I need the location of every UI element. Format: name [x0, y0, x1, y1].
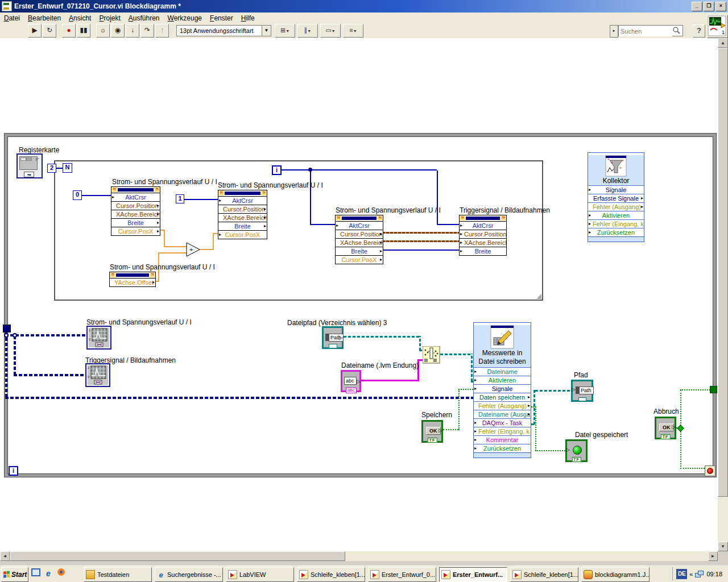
task-suchergebnisse[interactable]: e Suchergebnisse -...: [155, 567, 223, 582]
tab-control-icon: [19, 156, 38, 170]
speichern-terminal[interactable]: OK ▷ TF: [421, 420, 443, 443]
abbruch-terminal[interactable]: OK ▷ TF: [655, 417, 676, 439]
run-icon[interactable]: ▶: [28, 24, 42, 38]
tf-label: TF: [428, 438, 437, 443]
run-continuous-icon[interactable]: ↻: [43, 24, 56, 38]
wire-i: [310, 224, 335, 225]
start-button[interactable]: Start: [1, 567, 28, 582]
speichern-label: Speichern: [421, 411, 452, 419]
loop-condition-terminal[interactable]: [705, 465, 715, 476]
string-control-label: Dateiname (.lvm Endung): [341, 361, 419, 369]
wire-junction: [4, 333, 9, 338]
string-control-terminal[interactable]: abc ▷ abc: [341, 370, 361, 392]
one-constant[interactable]: 1: [176, 194, 184, 203]
for-iteration-terminal[interactable]: i: [272, 165, 282, 175]
align-objects-button[interactable]: ⊞▼: [275, 24, 295, 38]
task-erster-entwurf-0[interactable]: Erster_Entwurf_0...: [368, 567, 436, 582]
close-icon[interactable]: ×: [715, 2, 726, 11]
output-arrow-icon: ▷: [357, 379, 361, 384]
highlight-execution-icon[interactable]: ☼: [96, 24, 110, 38]
property-node-yoffset[interactable]: ?!?! YAchse.Offset▸: [109, 272, 156, 287]
tray-collapse-button[interactable]: «: [689, 571, 693, 577]
pfad-terminal[interactable]: ▷ Path: [571, 380, 593, 402]
menu-ausfuehren[interactable]: Ausführen: [125, 13, 164, 23]
scroll-right-icon[interactable]: ►: [708, 551, 718, 561]
minimize-icon[interactable]: _: [692, 2, 702, 11]
menu-datei[interactable]: Datei: [0, 13, 24, 23]
search-box[interactable]: [618, 25, 683, 36]
step-into-icon[interactable]: ↓: [126, 24, 139, 38]
vertical-scrollbar[interactable]: ▲ ▼: [718, 38, 728, 551]
wire-gespeichert: [535, 406, 536, 451]
loop-tunnel[interactable]: [3, 325, 11, 332]
horizontal-scroll-thumb[interactable]: [10, 551, 345, 561]
scroll-up-icon[interactable]: ▲: [718, 38, 728, 48]
task-blockdiagramm-image[interactable]: blockdiagramm1.J...: [581, 567, 650, 582]
wire-dynamic: [14, 374, 85, 376]
registerkarte-terminal[interactable]: ◄▶: [16, 153, 43, 178]
wire-dynamic: [5, 397, 473, 399]
help-button[interactable]: ?: [693, 24, 705, 38]
scrollbar-corner: [718, 551, 728, 561]
path-control-terminal[interactable]: Path ▷: [322, 326, 344, 349]
property-node-strom-3[interactable]: ?!?! ▸AktCrsr Cursor.Position▸ XAchse.Be…: [335, 215, 383, 264]
wire-path: [440, 354, 471, 355]
build-path-node[interactable]: [423, 346, 440, 364]
property-node-trigger[interactable]: ?!?! ▸AktCrsr ▸Cursor.Position ▸XAchse.B…: [459, 215, 507, 256]
menu-bearbeiten[interactable]: Bearbeiten: [24, 13, 65, 23]
resize-handle[interactable]: [536, 294, 541, 299]
graph-terminal-trigger[interactable]: 20: [85, 363, 110, 387]
search-combo-arrow[interactable]: ▸: [610, 25, 618, 38]
wire-sum: [200, 249, 214, 250]
n-terminal[interactable]: N: [63, 163, 72, 173]
graph-terminal-strom[interactable]: 20: [86, 326, 111, 350]
step-out-icon[interactable]: ↑: [155, 24, 169, 38]
property-node-header: ?!?!: [460, 215, 506, 222]
count-constant[interactable]: 2: [47, 164, 56, 173]
loop-tunnel[interactable]: [710, 386, 717, 393]
reorder-objects-button[interactable]: ≡▼: [343, 24, 363, 38]
firefox-icon[interactable]: [56, 568, 66, 579]
internet-explorer-icon[interactable]: e: [43, 568, 53, 579]
wire-dynamic: [14, 334, 16, 375]
zero-constant[interactable]: 0: [73, 190, 82, 200]
resize-objects-button[interactable]: ▭▼: [320, 24, 341, 38]
restore-icon[interactable]: ❐: [704, 2, 714, 11]
pause-icon[interactable]: ▮▮: [77, 24, 90, 38]
task-labview[interactable]: LabVIEW: [226, 567, 294, 582]
menu-ansicht[interactable]: Ansicht: [65, 13, 95, 23]
scroll-down-icon[interactable]: ▼: [718, 542, 728, 551]
while-iteration-terminal[interactable]: i: [9, 466, 18, 476]
property-node-strom-2[interactable]: ?!?! ▸AktCrsr Cursor.Position▸ XAchse.Be…: [218, 190, 267, 239]
network-icon[interactable]: [695, 571, 703, 577]
taskbar: Start e Testdateien e Suchergebnisse -..…: [0, 566, 728, 582]
menu-fenster[interactable]: Fenster: [206, 13, 237, 23]
datei-gespeichert-terminal[interactable]: ▷ TF: [565, 439, 588, 462]
add-node[interactable]: +: [186, 242, 201, 257]
app-icon: [2, 1, 12, 11]
task-schleife-kleben-2[interactable]: Schleife_kleben[1...: [510, 567, 578, 582]
distribute-objects-button[interactable]: ∥▼: [297, 24, 318, 38]
language-indicator[interactable]: DE: [676, 569, 687, 579]
write-measurement-file-vi[interactable]: Messwerte in Datei schreiben ▸Dateiname …: [473, 322, 531, 458]
chevron-down-icon[interactable]: ▼: [262, 26, 271, 36]
font-selector[interactable]: 13pt Anwendungsschriftart▼: [176, 25, 271, 36]
menu-hilfe[interactable]: Hilfe: [237, 13, 259, 23]
vertical-scroll-thumb[interactable]: [718, 48, 728, 497]
search-input[interactable]: [619, 26, 672, 36]
retain-wire-values-icon[interactable]: ◉: [111, 24, 125, 38]
horizontal-scrollbar[interactable]: ◄ ►: [0, 551, 718, 561]
scroll-left-icon[interactable]: ◄: [0, 551, 10, 561]
step-over-icon[interactable]: ↷: [140, 24, 154, 38]
menu-werkzeuge[interactable]: Werkzeuge: [164, 13, 206, 23]
menu-projekt[interactable]: Projekt: [95, 13, 124, 23]
wire-abbruch: [680, 468, 705, 469]
task-testdateien[interactable]: Testdateien: [84, 567, 152, 582]
task-erster-entwurf-active[interactable]: Erster_Entwurf...: [439, 567, 507, 582]
abort-icon[interactable]: ●: [62, 24, 76, 38]
task-schleife-kleben-1[interactable]: Schleife_kleben[1...: [297, 567, 365, 582]
show-desktop-icon[interactable]: [31, 568, 41, 579]
stop-sign-icon: [707, 468, 713, 474]
kollektor-express-vi[interactable]: ++ ++ Kollektor ▸Signale Erfasste Signal…: [588, 152, 644, 242]
property-node-strom-1[interactable]: ?!?! ▸AktCrsr Cursor.Position▸ XAchse.Be…: [111, 186, 160, 236]
